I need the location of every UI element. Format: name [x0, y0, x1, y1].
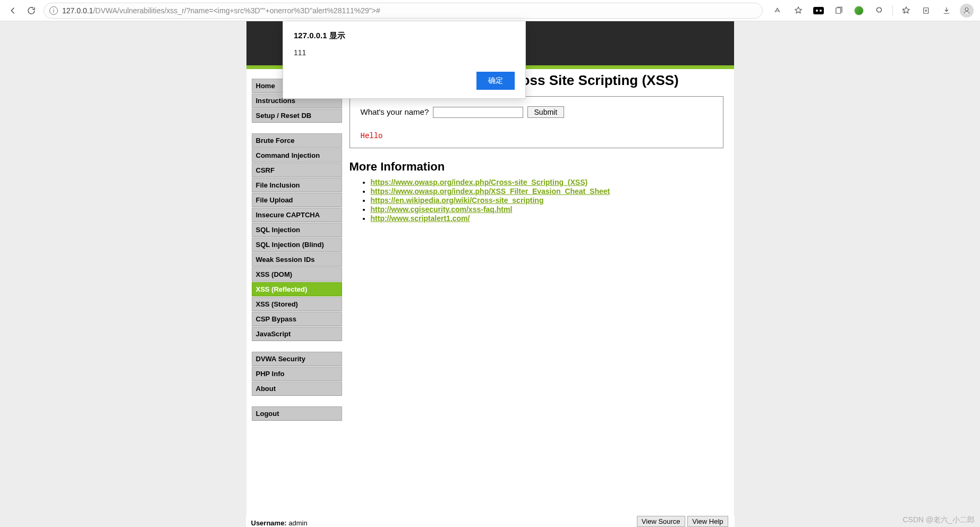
- sidebar-item-php-info[interactable]: PHP Info: [252, 367, 342, 381]
- sidebar-item-sql-injection[interactable]: SQL Injection: [252, 223, 342, 237]
- username-label: Username:: [251, 519, 287, 527]
- sidebar-item-javascript[interactable]: JavaScript: [252, 327, 342, 341]
- sidebar-item-csp-bypass[interactable]: CSP Bypass: [252, 312, 342, 326]
- collections-icon[interactable]: [830, 2, 848, 20]
- profile-avatar[interactable]: [958, 2, 976, 20]
- name-label: What's your name?: [361, 107, 429, 116]
- extensions-icon[interactable]: [870, 2, 888, 20]
- info-link[interactable]: https://www.owasp.org/index.php/Cross-si…: [371, 178, 588, 186]
- submit-button[interactable]: Submit: [527, 106, 565, 118]
- sidebar-item-about[interactable]: About: [252, 381, 342, 396]
- name-input[interactable]: [433, 107, 523, 118]
- sidebar-item-dvwa-security[interactable]: DVWA Security: [252, 352, 342, 366]
- sidebar: HomeInstructionsSetup / Reset DB Brute F…: [246, 69, 347, 437]
- sidebar-item-file-inclusion[interactable]: File Inclusion: [252, 178, 342, 192]
- info-link[interactable]: https://www.owasp.org/index.php/XSS_Filt…: [371, 187, 610, 196]
- info-link-item: https://www.owasp.org/index.php/Cross-si…: [371, 178, 723, 186]
- url-host: 127.0.0.1: [62, 6, 93, 15]
- dialog-message: 111: [294, 48, 515, 57]
- info-link-item: http://www.cgisecurity.com/xss-faq.html: [371, 205, 723, 214]
- collections-2-icon[interactable]: [917, 2, 935, 20]
- url-path: /DVWA/vulnerabilities/xss_r/?name=<img+s…: [93, 6, 380, 15]
- refresh-button[interactable]: [22, 2, 40, 20]
- sidebar-item-xss-reflected[interactable]: XSS (Reflected): [252, 282, 342, 296]
- address-bar[interactable]: i 127.0.0.1/DVWA/vulnerabilities/xss_r/?…: [44, 3, 763, 19]
- info-link-item: https://www.owasp.org/index.php/XSS_Filt…: [371, 187, 723, 196]
- sidebar-item-sql-injection-blind[interactable]: SQL Injection (Blind): [252, 237, 342, 252]
- alert-dialog: 127.0.0.1 显示 111 确定: [283, 21, 526, 99]
- toolbar-right: [769, 2, 976, 20]
- read-aloud-icon[interactable]: [769, 2, 787, 20]
- info-links-list: https://www.owasp.org/index.php/Cross-si…: [350, 178, 723, 223]
- site-info-icon[interactable]: i: [49, 6, 58, 15]
- form-container: What's your name? Submit Hello: [350, 96, 723, 148]
- back-button[interactable]: [4, 2, 22, 20]
- info-link[interactable]: https://en.wikipedia.org/wiki/Cross-site…: [371, 196, 544, 205]
- downloads-icon[interactable]: [938, 2, 956, 20]
- info-link-item: http://www.scriptalert1.com/: [371, 214, 723, 223]
- extension-eyes-icon[interactable]: [809, 2, 828, 20]
- idm-extension-icon[interactable]: [850, 2, 868, 20]
- favorites-bar-icon[interactable]: [897, 2, 915, 20]
- sidebar-item-xss-stored[interactable]: XSS (Stored): [252, 297, 342, 311]
- sidebar-item-file-upload[interactable]: File Upload: [252, 193, 342, 207]
- dialog-ok-button[interactable]: 确定: [476, 72, 515, 90]
- hello-output: Hello: [361, 132, 712, 140]
- favorite-icon[interactable]: [789, 2, 807, 20]
- sidebar-item-command-injection[interactable]: Command Injection: [252, 148, 342, 163]
- sidebar-item-weak-session[interactable]: Weak Session IDs: [252, 252, 342, 267]
- browser-toolbar: i 127.0.0.1/DVWA/vulnerabilities/xss_r/?…: [0, 0, 980, 21]
- view-help-button[interactable]: View Help: [687, 516, 728, 527]
- sidebar-item-insecure-captcha[interactable]: Insecure CAPTCHA: [252, 208, 342, 222]
- sidebar-item-setup[interactable]: Setup / Reset DB: [252, 108, 342, 123]
- sidebar-item-xss-dom[interactable]: XSS (DOM): [252, 267, 342, 282]
- info-link[interactable]: http://www.cgisecurity.com/xss-faq.html: [371, 205, 513, 214]
- info-link-item: https://en.wikipedia.org/wiki/Cross-site…: [371, 196, 723, 205]
- username-value: admin: [288, 519, 307, 527]
- toolbar-separator: [892, 5, 893, 16]
- svg-rect-0: [836, 7, 841, 13]
- view-source-button[interactable]: View Source: [637, 516, 685, 527]
- sidebar-item-csrf[interactable]: CSRF: [252, 163, 342, 177]
- watermark: CSDN @老六_小二郎: [902, 515, 975, 525]
- info-link[interactable]: http://www.scriptalert1.com/: [371, 214, 470, 223]
- sidebar-item-logout[interactable]: Logout: [252, 406, 342, 421]
- footer: Username: admin View Source View Help: [246, 515, 735, 527]
- dialog-title: 127.0.0.1 显示: [294, 31, 515, 41]
- main-content: Vulnerability: Reflected Cross Site Scri…: [347, 69, 734, 437]
- more-info-heading: More Information: [350, 160, 723, 174]
- sidebar-item-brute-force[interactable]: Brute Force: [252, 133, 342, 148]
